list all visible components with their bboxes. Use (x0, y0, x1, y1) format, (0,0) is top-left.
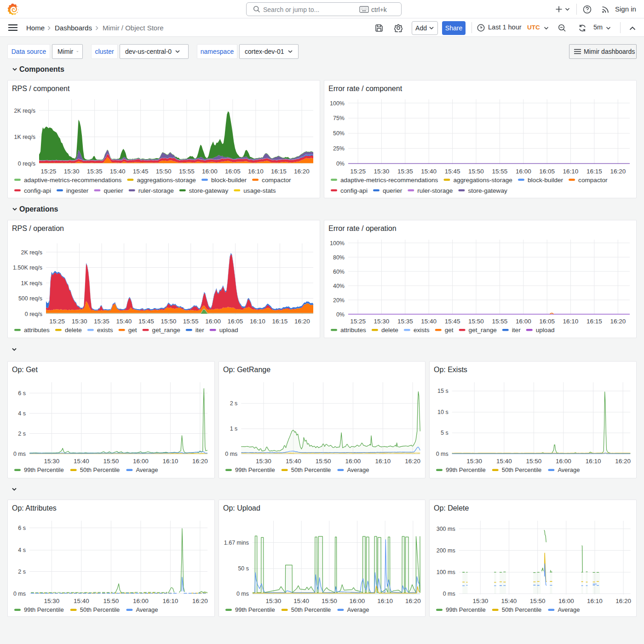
svg-text:exists: exists (414, 327, 430, 334)
svg-text:15:45: 15:45 (138, 318, 154, 325)
svg-text:15:40: 15:40 (421, 318, 437, 325)
svg-text:15:50: 15:50 (526, 458, 542, 465)
svg-text:16:00: 16:00 (516, 318, 531, 325)
svg-text:50th Percentile: 50th Percentile (80, 466, 120, 473)
svg-text:16:20: 16:20 (615, 458, 631, 465)
svg-text:config-api: config-api (340, 187, 368, 194)
svg-text:Op: Upload: Op: Upload (223, 504, 260, 512)
svg-text:16:10: 16:10 (587, 598, 603, 604)
svg-text:querier: querier (383, 187, 402, 194)
svg-text:100%: 100% (330, 240, 345, 247)
svg-text:delete: delete (381, 327, 398, 334)
svg-text:16:00: 16:00 (133, 458, 149, 465)
svg-text:get_range: get_range (469, 327, 497, 334)
svg-text:16:00: 16:00 (345, 458, 361, 465)
svg-text:16:05: 16:05 (539, 168, 555, 175)
svg-text:get_range: get_range (152, 327, 180, 334)
svg-text:Average: Average (558, 606, 580, 613)
svg-text:15:40: 15:40 (74, 598, 89, 604)
svg-text:50th Percentile: 50th Percentile (502, 606, 542, 613)
svg-text:Op: Delete: Op: Delete (434, 504, 469, 512)
svg-text:2K req/s: 2K req/s (21, 249, 42, 256)
svg-text:15:55: 15:55 (492, 318, 508, 325)
svg-text:16:20: 16:20 (294, 168, 310, 175)
svg-text:15:50: 15:50 (315, 458, 331, 465)
svg-text:15:30: 15:30 (467, 458, 483, 465)
svg-text:15:35: 15:35 (87, 168, 103, 175)
svg-text:attributes: attributes (24, 327, 50, 334)
svg-text:16:00: 16:00 (516, 168, 531, 175)
svg-text:store-gateway: store-gateway (468, 187, 507, 194)
svg-text:iter: iter (196, 327, 204, 334)
svg-text:15:30: 15:30 (265, 598, 281, 604)
svg-text:Error rate / operation: Error rate / operation (328, 224, 397, 232)
svg-text:16:20: 16:20 (294, 318, 310, 325)
svg-text:Op: Exists: Op: Exists (434, 366, 467, 374)
svg-text:15:40: 15:40 (501, 598, 517, 604)
svg-text:querier: querier (104, 187, 123, 194)
svg-text:15:35: 15:35 (397, 168, 413, 175)
svg-text:Op: Attributes: Op: Attributes (12, 504, 57, 512)
svg-text:16:20: 16:20 (616, 598, 632, 604)
svg-text:4 s: 4 s (18, 547, 26, 554)
svg-text:15:40: 15:40 (496, 458, 512, 465)
svg-text:0 req/s: 0 req/s (18, 161, 35, 167)
svg-text:0 ms: 0 ms (13, 591, 26, 597)
svg-text:300 ms: 300 ms (437, 526, 455, 532)
svg-text:15:55: 15:55 (183, 318, 199, 325)
svg-text:15:50: 15:50 (530, 598, 546, 604)
svg-text:15:50: 15:50 (156, 168, 172, 175)
svg-text:1.50K req/s: 1.50K req/s (13, 264, 42, 271)
svg-text:Average: Average (558, 466, 580, 473)
svg-text:store-gateway: store-gateway (189, 187, 229, 194)
svg-text:16:10: 16:10 (563, 168, 579, 175)
svg-text:16:00: 16:00 (202, 168, 218, 175)
svg-text:RPS / component: RPS / component (12, 85, 70, 92)
svg-text:15:25: 15:25 (41, 168, 57, 175)
svg-text:Average: Average (136, 466, 158, 473)
svg-text:16:00: 16:00 (349, 598, 365, 604)
svg-text:15:50: 15:50 (161, 318, 176, 325)
svg-text:5 s: 5 s (441, 430, 448, 436)
svg-text:15:30: 15:30 (64, 168, 80, 175)
svg-text:16:15: 16:15 (271, 168, 287, 175)
svg-text:16:20: 16:20 (610, 318, 626, 325)
svg-text:15:50: 15:50 (468, 318, 484, 325)
svg-text:16:10: 16:10 (248, 168, 264, 175)
svg-text:6 s: 6 s (18, 390, 26, 397)
svg-text:50th Percentile: 50th Percentile (291, 466, 331, 473)
svg-text:Error rate / component: Error rate / component (328, 85, 402, 92)
svg-text:500 req/s: 500 req/s (18, 295, 42, 302)
svg-text:16:15: 16:15 (272, 318, 288, 325)
svg-text:Average: Average (347, 606, 369, 613)
svg-text:16:20: 16:20 (405, 458, 420, 465)
svg-text:15:45: 15:45 (445, 168, 460, 175)
svg-text:block-builder: block-builder (211, 177, 247, 184)
svg-text:15:40: 15:40 (116, 318, 132, 325)
svg-text:25%: 25% (333, 145, 345, 152)
svg-text:Average: Average (347, 466, 369, 473)
svg-text:99th Percentile: 99th Percentile (24, 606, 64, 613)
svg-text:16:10: 16:10 (250, 318, 265, 325)
svg-text:Average: Average (136, 606, 158, 613)
svg-text:16:15: 16:15 (586, 318, 602, 325)
svg-text:16:05: 16:05 (539, 318, 555, 325)
svg-text:ingester: ingester (66, 187, 89, 194)
svg-text:15:30: 15:30 (473, 598, 489, 604)
svg-text:15:50: 15:50 (104, 458, 119, 465)
svg-text:0%: 0% (336, 311, 345, 318)
svg-text:15:50: 15:50 (468, 168, 484, 175)
svg-text:15 s: 15 s (437, 388, 448, 395)
svg-text:99th Percentile: 99th Percentile (24, 466, 64, 473)
svg-text:16:00: 16:00 (558, 598, 574, 604)
svg-text:compactor: compactor (262, 177, 291, 184)
svg-text:16:20: 16:20 (192, 598, 208, 604)
svg-text:15:40: 15:40 (110, 168, 126, 175)
svg-text:15:25: 15:25 (350, 168, 366, 175)
svg-text:15:30: 15:30 (44, 458, 60, 465)
svg-text:Op: Get: Op: Get (12, 366, 38, 374)
svg-text:16:10: 16:10 (163, 598, 178, 604)
svg-text:15:30: 15:30 (44, 598, 60, 604)
svg-text:2 s: 2 s (18, 431, 26, 437)
svg-text:2 s: 2 s (230, 401, 237, 407)
